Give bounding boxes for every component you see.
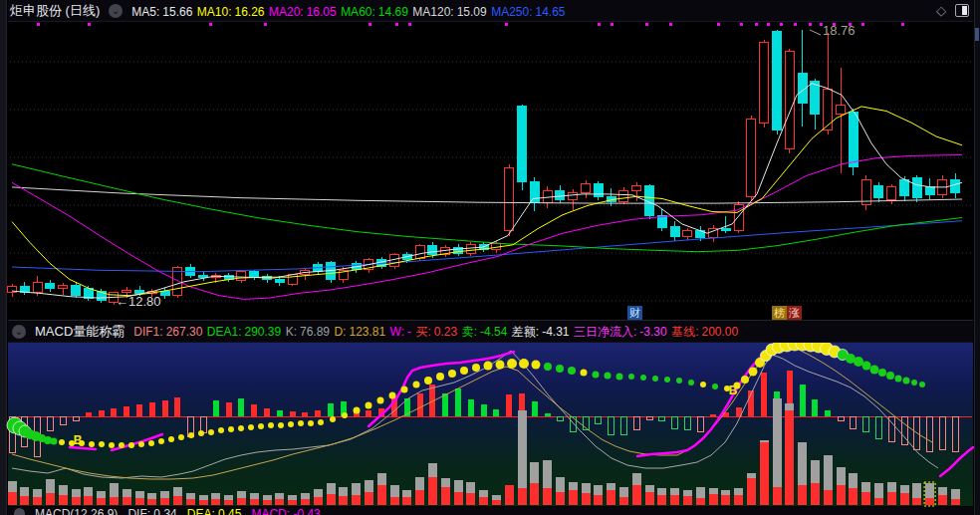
chevron-down-icon[interactable]: ⌄: [12, 325, 26, 339]
svg-text:B: B: [729, 384, 738, 397]
bottom-readout-2: DEA: 0.45: [187, 507, 242, 515]
macd-readout-4: W:-: [390, 325, 411, 339]
macd-indicator-header: ⌄ MACD量能称霸 DIF1:267.30 DEA1:290.39 K:76.…: [8, 320, 973, 343]
macd-readout-5: 买:0.23: [416, 325, 458, 339]
macd-readouts: DIF1:267.30 DEA1:290.39 K:76.89 D:123.81…: [133, 322, 738, 341]
macd-readout-8: 三日净流入:-3.30: [574, 325, 667, 339]
macd-readout-3: D:123.81: [334, 325, 385, 339]
trading-app-window: 炬申股份 (日线) ⌄ MA5:15.66 MA10:16.26 MA20:16…: [0, 0, 980, 515]
event-badge-榜[interactable]: 榜: [772, 306, 787, 321]
high-price-annotation: 18.76: [823, 23, 856, 38]
chart-canvas[interactable]: BB: [0, 0, 980, 515]
indicator-name: MACD量能称霸: [35, 323, 124, 341]
bottom-indicator-bar: MACD(12,26,9)DIF: 0.34DEA: 0.45MACD: -0.…: [8, 507, 973, 515]
macd-readout-0: DIF1:267.30: [133, 325, 202, 339]
event-badge-涨[interactable]: 涨: [787, 306, 802, 321]
chevron-circle-icon[interactable]: [14, 508, 25, 515]
low-price-annotation: ←12.80: [116, 294, 161, 309]
macd-readout-1: DEA1:290.39: [207, 325, 281, 339]
event-badge-财[interactable]: 财: [627, 306, 642, 321]
bottom-readout-0: MACD(12,26,9): [35, 507, 118, 515]
svg-text:B: B: [74, 433, 83, 447]
bottom-readout-1: DIF: 0.34: [127, 507, 176, 515]
bottom-readout-3: MACD: -0.43: [251, 507, 320, 515]
macd-readout-2: K:76.89: [286, 325, 330, 339]
macd-readout-6: 卖:-4.54: [462, 325, 508, 339]
macd-readout-7: 差额:-4.31: [512, 325, 570, 339]
macd-readout-9: 基线:200.00: [671, 325, 738, 339]
